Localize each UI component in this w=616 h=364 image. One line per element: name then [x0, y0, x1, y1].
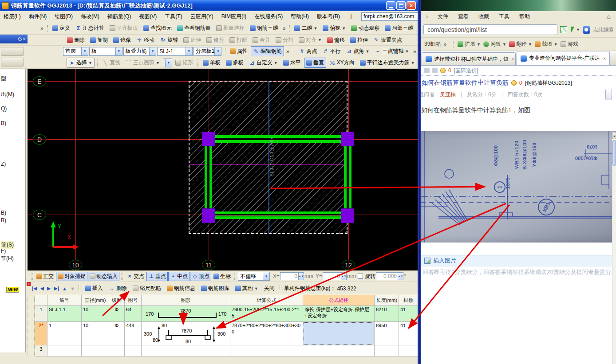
screenshot-dropdown[interactable]: 截图▼: [535, 40, 558, 48]
edit-rebar-button[interactable]: ✎编辑钢筋: [251, 46, 284, 56]
tab-inactive[interactable]: 选择带短柱杯口独立基础中，短×: [422, 52, 516, 65]
cell-diameter[interactable]: 10: [82, 322, 109, 345]
parallel-axis-button[interactable]: #平行: [320, 46, 343, 56]
x-input[interactable]: 0▲▼: [280, 272, 304, 280]
beam-bottom[interactable]: [214, 211, 342, 219]
coordinate-button[interactable]: 坐标: [212, 272, 233, 281]
prev-record-button[interactable]: ◀: [39, 286, 45, 291]
cell-length[interactable]: 8210: [375, 306, 399, 322]
cell-empty[interactable]: [375, 345, 399, 356]
games-button[interactable]: 游戏: [561, 40, 578, 48]
collapsed-panel[interactable]: [1, 47, 24, 56]
cell-length[interactable]: 8950: [375, 322, 399, 345]
cell-figure-no[interactable]: 448: [125, 322, 142, 345]
clipped-button[interactable]: [605, 89, 612, 100]
browser-menu-favorites[interactable]: 收藏: [478, 13, 489, 20]
insert-row-button[interactable]: 插入: [83, 283, 105, 294]
cell-formula[interactable]: 7870+2*80+2*80+2*80+300+300: [230, 322, 303, 345]
beam-right[interactable]: [344, 146, 351, 208]
header-formula-desc[interactable]: 公式描述: [303, 295, 375, 306]
tree-item[interactable]: Z): [1, 161, 6, 167]
row-number[interactable]: 1: [35, 306, 47, 322]
local-3d-button[interactable]: 局部三维: [383, 23, 415, 33]
scrollbar-thumb[interactable]: [612, 140, 616, 166]
close-tab-icon[interactable]: ×: [512, 56, 514, 62]
drawing-canvas[interactable]: SLJ-1:C10@200 E D C 10 11 12 Y X: [28, 69, 418, 270]
row-number-selected[interactable]: 2*: [35, 322, 47, 345]
overflow-icon[interactable]: »: [281, 25, 287, 31]
scale-rebar-button[interactable]: 缩尺配筋: [130, 283, 163, 294]
cell-formula-desc-selected[interactable]: [303, 322, 375, 345]
account-dropdown[interactable]: forpk.chen@163.com▼: [361, 12, 418, 21]
cell-empty[interactable]: [82, 345, 109, 356]
three-point-aux-dropdown[interactable]: ⌁三点辅轴▼: [372, 46, 411, 56]
rebar-3d-button[interactable]: 钢筋三维: [248, 23, 280, 33]
perpendicular-snap-button[interactable]: ⊥垂点: [146, 272, 168, 281]
tree-item[interactable]: F): [1, 248, 6, 254]
search-hint[interactable]: 点此搜索: [593, 26, 613, 34]
extensions-dropdown[interactable]: 扩展▼: [458, 40, 481, 48]
element-type-combo[interactable]: 板▼: [89, 47, 122, 56]
close-button[interactable]: ×: [407, 1, 416, 10]
menu-tools[interactable]: 工具(T): [165, 13, 182, 20]
cell-shape[interactable]: 300 80 80 7870 80 300: [142, 322, 230, 345]
intersection-snap-button[interactable]: ×交点: [125, 272, 146, 281]
header-formula[interactable]: 计算公式: [230, 295, 303, 306]
tree-item[interactable]: B): [1, 210, 6, 216]
select-dropdown[interactable]: ➤选择▼: [67, 58, 95, 68]
browser-menu-tools[interactable]: 工具: [499, 13, 509, 20]
browser-menu-file[interactable]: 文件: [438, 13, 448, 20]
toolbar-grip[interactable]: [289, 25, 290, 32]
multi-slab-button[interactable]: 多板: [224, 58, 246, 68]
cell-rebar-id[interactable]: 1: [47, 322, 82, 345]
y-input[interactable]: 0▲▼: [323, 272, 347, 280]
stretch-button[interactable]: 拉伸: [348, 35, 370, 45]
axis-bubble-E[interactable]: E: [33, 76, 46, 86]
header-count[interactable]: 根数: [399, 295, 418, 306]
cell-shape[interactable]: 170 7870 170: [142, 306, 230, 322]
axis-bubble-C[interactable]: C: [33, 210, 46, 220]
arc-mode-combo[interactable]: ▼: [163, 59, 172, 67]
first-record-button[interactable]: |◀: [31, 286, 38, 291]
rebar-name-combo[interactable]: SLJ-1▼: [157, 47, 193, 56]
toolbar-grip[interactable]: [121, 273, 123, 280]
cell-formula[interactable]: 7900-15+200-2*15-15+200-2*15: [230, 306, 303, 322]
offset-button[interactable]: 偏移: [325, 35, 347, 45]
orbit-button[interactable]: 动态观察: [349, 23, 382, 33]
cell-count[interactable]: 41: [399, 306, 418, 322]
scrollbar[interactable]: ▲: [612, 132, 616, 364]
single-slab-button[interactable]: 单板: [201, 58, 223, 68]
menu-component[interactable]: 构件(N): [29, 13, 47, 20]
overflow-icon[interactable]: »: [285, 48, 291, 55]
line-button[interactable]: ╲直线: [100, 58, 122, 68]
maximize-button[interactable]: [396, 1, 406, 10]
toolbar-grip[interactable]: [224, 48, 225, 55]
tree-item[interactable]: 出(M): [1, 91, 14, 98]
search-paw-icon[interactable]: [583, 26, 590, 34]
other-dropdown[interactable]: 其他▼: [233, 283, 261, 294]
browser-menu-view[interactable]: 查看: [458, 13, 469, 20]
axis-bubble-12[interactable]: 12: [342, 260, 355, 270]
last-record-button[interactable]: ▶|: [53, 286, 60, 291]
dynamic-input-button[interactable]: 动态输入: [88, 272, 119, 281]
menu-modify[interactable]: 修改(M): [81, 13, 99, 20]
align-dropdown[interactable]: 对齐▼: [296, 35, 324, 45]
xy-direction-button[interactable]: ⤯XY方向: [327, 58, 357, 68]
floor-combo[interactable]: 首层▼: [63, 47, 88, 56]
translate-dropdown[interactable]: 翻译▼: [509, 40, 532, 48]
batch-select-button[interactable]: 批量选择: [214, 23, 247, 33]
beam-top[interactable]: [214, 135, 342, 143]
toolbar-grip[interactable]: [280, 285, 281, 292]
set-grip-button[interactable]: ✎设置夹点: [371, 35, 404, 45]
header-rebar-id[interactable]: 筋号: [47, 295, 82, 306]
insert-image-bar[interactable]: 插入图片: [421, 255, 616, 266]
mode-2d-dropdown[interactable]: 二维▼: [292, 23, 320, 33]
two-point-axis-button[interactable]: #两点: [296, 46, 319, 56]
cell-empty[interactable]: [142, 345, 230, 356]
ortho-button[interactable]: 正交: [35, 272, 55, 281]
lightning-icon[interactable]: [569, 27, 575, 33]
column-top-right[interactable]: [341, 132, 354, 146]
toolbar-grip[interactable]: [47, 25, 48, 32]
delete-button[interactable]: 删除: [65, 35, 87, 45]
column-top-left[interactable]: [202, 132, 215, 146]
